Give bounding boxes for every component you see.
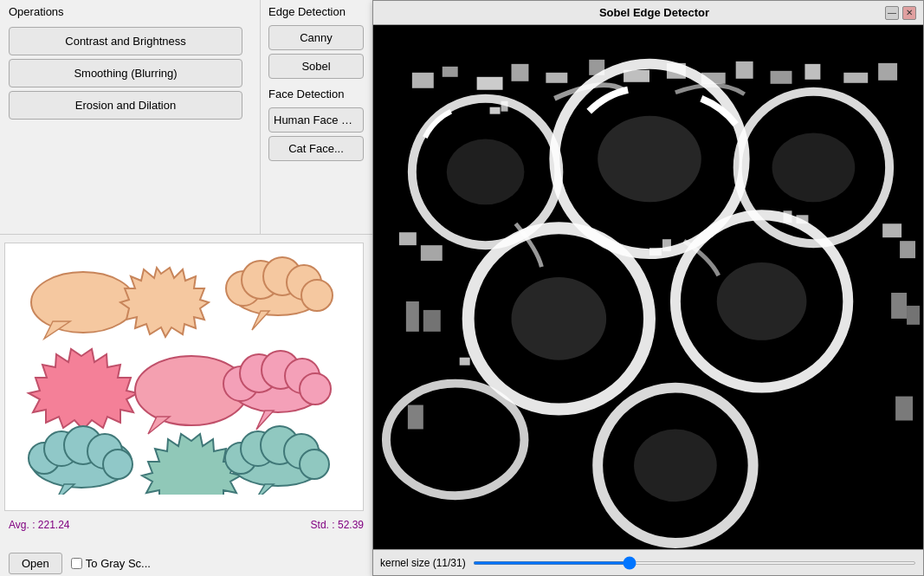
grayscale-checkbox-label[interactable]: To Gray Sc... xyxy=(71,557,151,570)
contrast-brightness-button[interactable]: Contrast and Brightness xyxy=(9,27,242,55)
svg-rect-77 xyxy=(649,248,662,256)
smoothing-button[interactable]: Smoothing (Blurring) xyxy=(9,59,242,87)
svg-rect-53 xyxy=(701,73,726,84)
svg-rect-58 xyxy=(878,63,897,81)
svg-rect-60 xyxy=(421,245,443,261)
face-detection-label: Face Detection xyxy=(264,82,372,104)
svg-rect-81 xyxy=(784,210,792,223)
svg-rect-51 xyxy=(624,70,649,82)
svg-point-26 xyxy=(103,450,132,479)
svg-rect-74 xyxy=(895,397,913,421)
svg-rect-80 xyxy=(796,215,808,223)
vertical-divider xyxy=(260,0,261,234)
svg-rect-75 xyxy=(490,107,501,114)
svg-point-9 xyxy=(301,280,333,311)
erosion-dilation-button[interactable]: Erosion and Dilation xyxy=(9,91,242,120)
horizontal-divider xyxy=(0,234,372,235)
svg-rect-78 xyxy=(662,239,671,251)
svg-point-68 xyxy=(634,429,717,502)
image-preview xyxy=(4,243,364,511)
kernel-size-slider[interactable] xyxy=(473,561,916,565)
svg-rect-49 xyxy=(546,73,567,83)
svg-rect-48 xyxy=(511,64,528,81)
svg-rect-55 xyxy=(771,71,792,84)
svg-rect-73 xyxy=(408,405,423,430)
svg-rect-47 xyxy=(477,77,503,90)
cat-face-button[interactable]: Cat Face... xyxy=(268,136,364,161)
svg-rect-62 xyxy=(900,241,915,258)
open-button[interactable]: Open xyxy=(9,553,62,574)
svg-rect-56 xyxy=(804,64,820,80)
svg-rect-72 xyxy=(907,306,920,325)
sobel-window-title: Sobel Edge Detector xyxy=(423,6,885,19)
svg-rect-79 xyxy=(460,358,470,366)
grayscale-label: To Gray Sc... xyxy=(86,557,151,570)
sobel-content xyxy=(373,25,923,549)
svg-rect-45 xyxy=(412,73,434,88)
human-face-button[interactable]: Human Face an... xyxy=(268,107,364,133)
titlebar-controls: — ✕ xyxy=(885,6,916,20)
svg-rect-54 xyxy=(736,61,753,79)
svg-rect-70 xyxy=(423,310,441,332)
canny-button[interactable]: Canny xyxy=(268,25,364,50)
std-stat: Std. : 52.39 xyxy=(311,519,364,531)
svg-rect-61 xyxy=(882,223,901,237)
stats-row: Avg. : 221.24 Std. : 52.39 xyxy=(0,515,372,534)
sobel-titlebar: Sobel Edge Detector — ✕ xyxy=(373,1,923,25)
svg-point-64 xyxy=(447,139,525,205)
sobel-button[interactable]: Sobel xyxy=(268,54,364,79)
svg-point-19 xyxy=(300,373,331,404)
close-button[interactable]: ✕ xyxy=(902,6,916,20)
svg-rect-52 xyxy=(667,63,686,79)
svg-point-63 xyxy=(598,116,701,203)
avg-stat: Avg. : 221.24 xyxy=(9,519,70,531)
edge-detection-section: Edge Detection Canny Sobel Face Detectio… xyxy=(264,0,372,165)
svg-rect-71 xyxy=(891,293,907,319)
bottom-bar: Open To Gray Sc... xyxy=(0,550,372,576)
grayscale-checkbox[interactable] xyxy=(71,558,82,569)
sobel-window: Sobel Edge Detector — ✕ xyxy=(372,0,924,576)
svg-rect-46 xyxy=(443,67,458,77)
svg-point-67 xyxy=(717,262,807,340)
svg-rect-57 xyxy=(843,73,868,83)
svg-rect-76 xyxy=(501,101,508,112)
minimize-button[interactable]: — xyxy=(885,6,899,20)
svg-point-65 xyxy=(772,133,856,203)
svg-rect-50 xyxy=(589,60,604,75)
left-panel: Operations Contrast and Brightness Smoot… xyxy=(0,0,372,576)
svg-point-66 xyxy=(511,277,606,360)
svg-rect-59 xyxy=(399,232,417,245)
kernel-size-label: kernel size (11/31) xyxy=(380,557,466,569)
svg-point-34 xyxy=(300,450,329,479)
edge-detection-label: Edge Detection xyxy=(264,0,372,22)
sobel-bottom-bar: kernel size (11/31) xyxy=(373,549,923,575)
svg-rect-69 xyxy=(406,301,419,332)
